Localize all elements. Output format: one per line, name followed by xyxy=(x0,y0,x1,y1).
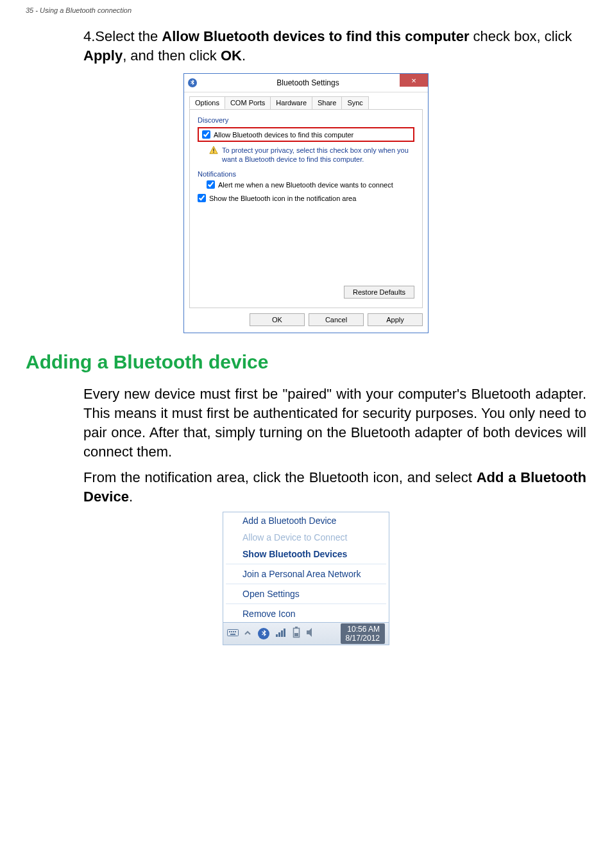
allow-find-highlight: Allow Bluetooth devices to find this com… xyxy=(198,127,414,142)
svg-marker-16 xyxy=(307,628,312,637)
close-button[interactable]: × xyxy=(400,74,428,87)
para2-pre: From the notification area, click the Bl… xyxy=(83,469,477,485)
menu-open-settings[interactable]: Open Settings xyxy=(223,586,389,602)
svg-rect-2 xyxy=(213,152,214,153)
show-icon-label: Show the Bluetooth icon in the notificat… xyxy=(209,195,356,202)
tab-hardware[interactable]: Hardware xyxy=(270,96,312,109)
taskbar: 10:56 AM 8/17/2012 xyxy=(223,623,389,645)
allow-find-label: Allow Bluetooth devices to find this com… xyxy=(214,131,353,139)
svg-rect-7 xyxy=(235,631,236,632)
warning-icon xyxy=(209,146,218,157)
network-icon[interactable] xyxy=(276,628,286,639)
dialog-content: Discovery Allow Bluetooth devices to fin… xyxy=(189,109,423,308)
step-bold2: Apply xyxy=(83,48,123,64)
tab-options[interactable]: Options xyxy=(189,96,225,109)
svg-rect-1 xyxy=(213,148,214,151)
bluetooth-settings-dialog: Bluetooth Settings × Options COM Ports H… xyxy=(183,73,429,333)
discovery-group-label: Discovery xyxy=(198,116,414,124)
notifications-group-label: Notifications xyxy=(198,170,414,178)
cancel-button[interactable]: Cancel xyxy=(309,313,364,326)
step-text-part2: check box, click xyxy=(469,28,572,44)
tray-screenshot: Add a Bluetooth Device Allow a Device to… xyxy=(223,512,389,645)
menu-join-pan[interactable]: Join a Personal Area Network xyxy=(223,566,389,582)
svg-rect-9 xyxy=(276,634,278,637)
tab-share[interactable]: Share xyxy=(312,96,342,109)
svg-rect-13 xyxy=(295,627,298,628)
alert-new-label: Alert me when a new Bluetooth device wan… xyxy=(218,181,393,189)
restore-defaults-button[interactable]: Restore Defaults xyxy=(344,286,414,299)
menu-separator-3 xyxy=(226,603,386,604)
alert-new-checkbox[interactable] xyxy=(207,180,215,189)
svg-rect-5 xyxy=(231,631,232,632)
allow-find-checkbox[interactable] xyxy=(202,130,210,139)
tray-context-menu: Add a Bluetooth Device Allow a Device to… xyxy=(223,512,389,623)
page-header: 35 - Using a Bluetooth connection xyxy=(26,0,586,27)
paragraph-1: Every new device must first be "paired" … xyxy=(83,385,586,462)
taskbar-clock[interactable]: 10:56 AM 8/17/2012 xyxy=(341,623,385,644)
paragraph-2: From the notification area, click the Bl… xyxy=(83,468,586,507)
clock-time: 10:56 AM xyxy=(346,625,380,634)
step-number: 4. xyxy=(83,28,95,44)
volume-icon[interactable] xyxy=(307,628,317,639)
bluetooth-tray-icon[interactable] xyxy=(258,628,269,639)
privacy-note: To protect your privacy, select this che… xyxy=(209,146,414,164)
tab-com-ports[interactable]: COM Ports xyxy=(225,96,271,109)
svg-rect-4 xyxy=(229,631,230,632)
step-text-part1: Select the xyxy=(95,28,162,44)
battery-icon[interactable] xyxy=(293,627,300,641)
para2-end: . xyxy=(129,489,133,505)
restore-row: Restore Defaults xyxy=(198,286,414,299)
menu-separator-1 xyxy=(226,564,386,564)
step-bold1: Allow Bluetooth devices to find this com… xyxy=(162,28,469,44)
step-bold3: OK xyxy=(221,48,242,64)
menu-allow-connect: Allow a Device to Connect xyxy=(223,529,389,546)
svg-rect-6 xyxy=(233,631,234,632)
svg-rect-8 xyxy=(230,634,235,635)
svg-rect-11 xyxy=(281,630,283,637)
dialog-tabs: Options COM Ports Hardware Share Sync xyxy=(184,92,428,109)
tray-icons xyxy=(244,627,317,641)
show-hidden-icons[interactable] xyxy=(244,628,251,639)
svg-rect-10 xyxy=(278,632,280,637)
step-4: 4.Select the Allow Bluetooth devices to … xyxy=(83,27,586,65)
section-heading: Adding a Bluetooth device xyxy=(26,351,586,373)
dialog-buttons: OK Cancel Apply xyxy=(184,313,428,333)
step-text-end: . xyxy=(242,48,246,64)
alert-new-row: Alert me when a new Bluetooth device wan… xyxy=(207,180,414,189)
privacy-note-text: To protect your privacy, select this che… xyxy=(222,146,414,164)
keyboard-icon[interactable] xyxy=(227,628,239,639)
svg-rect-12 xyxy=(284,629,285,637)
dialog-titlebar: Bluetooth Settings × xyxy=(184,74,428,92)
menu-remove-icon[interactable]: Remove Icon xyxy=(223,605,389,622)
svg-rect-15 xyxy=(294,633,298,636)
show-icon-checkbox[interactable] xyxy=(198,194,206,202)
menu-show-devices[interactable]: Show Bluetooth Devices xyxy=(223,546,389,562)
menu-separator-2 xyxy=(226,584,386,584)
apply-button[interactable]: Apply xyxy=(368,313,423,326)
step-text-part3: , and then click xyxy=(123,48,221,64)
dialog-title: Bluetooth Settings xyxy=(188,78,428,87)
menu-add-device[interactable]: Add a Bluetooth Device xyxy=(223,512,389,529)
show-icon-row: Show the Bluetooth icon in the notificat… xyxy=(198,194,414,202)
clock-date: 8/17/2012 xyxy=(346,634,380,643)
tab-sync[interactable]: Sync xyxy=(341,96,368,109)
ok-button[interactable]: OK xyxy=(250,313,305,326)
